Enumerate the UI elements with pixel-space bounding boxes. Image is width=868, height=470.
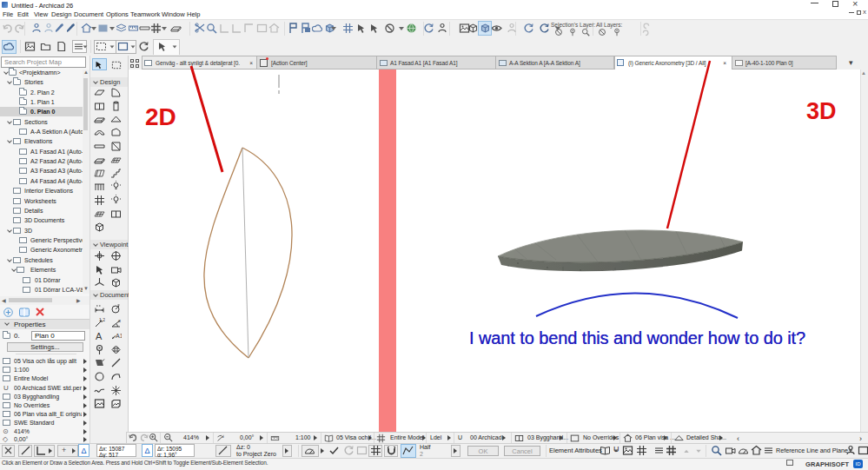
svg-text:A: A — [96, 331, 103, 341]
svg-text:1,2: 1,2 — [99, 317, 105, 322]
svg-text:α: α — [118, 318, 121, 323]
svg-text:A1: A1 — [116, 333, 122, 339]
svg-text:α: α — [222, 434, 224, 439]
